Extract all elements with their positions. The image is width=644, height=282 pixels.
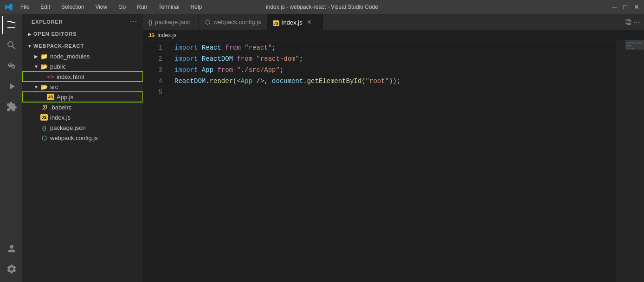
tab-package-json-icon: {} — [148, 19, 152, 26]
more-actions-button[interactable]: ··· — [633, 17, 640, 27]
open-editors-label: OPEN EDITORS — [33, 31, 143, 37]
menu-go[interactable]: Go — [116, 3, 128, 11]
src-folder-label: src — [50, 83, 143, 90]
split-editor-button[interactable]: ⧉ — [625, 17, 631, 27]
tab-index-js-icon: JS — [273, 19, 279, 26]
node-modules-item[interactable]: ▶ 📁 node_modules — [22, 51, 143, 61]
node-modules-label: node_modules — [50, 53, 143, 60]
activity-run-debug[interactable] — [2, 77, 20, 96]
babelrc-label: .babelrc — [50, 104, 143, 111]
minimap: import React from import ReactDOM fr imp… — [616, 40, 644, 282]
menu-file[interactable]: File — [19, 3, 31, 11]
line-numbers: 1 2 3 4 5 — [143, 40, 167, 282]
sidebar-index-js-item[interactable]: JS index.js — [22, 112, 143, 122]
project-root-toggle[interactable]: ▼ WEBPACK-REACT — [22, 41, 143, 51]
titlebar-menu: File Edit Selection View Go Run Terminal… — [19, 3, 204, 11]
public-arrow: ▼ — [32, 64, 40, 69]
project-tree: ▼ WEBPACK-REACT ▶ 📁 node_modules ▼ 📂 pub… — [22, 40, 143, 144]
vscode-logo-icon — [5, 3, 13, 11]
code-line-3: import App from "./src/App"; — [174, 64, 616, 76]
maximize-button[interactable]: □ — [624, 3, 627, 11]
html-file-icon: <> — [46, 73, 55, 80]
menu-help[interactable]: Help — [189, 3, 204, 11]
babel-icon: ℬ — [40, 103, 48, 111]
app-js-icon: JS — [46, 93, 55, 101]
package-json-item[interactable]: {} package.json — [22, 122, 143, 133]
package-json-label: package.json — [50, 124, 143, 131]
window-title: index.js - webpack-react - Visual Studio… — [266, 4, 378, 10]
menu-view[interactable]: View — [93, 3, 109, 11]
open-editors-toggle[interactable]: ▶ OPEN EDITORS — [22, 29, 143, 39]
main-layout: EXPLORER ··· ▶ OPEN EDITORS ▼ WEBPACK-RE… — [0, 14, 644, 282]
activity-search[interactable] — [2, 36, 20, 55]
tab-webpack-config-label: webpack.config.js — [213, 19, 261, 26]
index-html-item[interactable]: <> index.html — [22, 71, 143, 82]
menu-terminal[interactable]: Terminal — [156, 3, 181, 11]
tabs-bar: {} package.json ⬡ webpack.config.js JS i… — [143, 14, 644, 30]
titlebar: File Edit Selection View Go Run Terminal… — [0, 0, 644, 14]
debug-icon — [6, 81, 17, 92]
sidebar-index-js-label: index.js — [50, 114, 143, 121]
sidebar-more-actions[interactable]: ··· — [130, 18, 137, 26]
menu-selection[interactable]: Selection — [59, 3, 86, 11]
code-editor[interactable]: 1 2 3 4 5 import React from "react"; imp… — [143, 40, 644, 282]
activity-accounts[interactable] — [2, 239, 20, 258]
extensions-icon — [6, 101, 17, 112]
breadcrumb: JS index.js — [143, 30, 644, 40]
explorer-label: EXPLORER — [32, 19, 63, 25]
accounts-icon — [6, 243, 17, 254]
code-line-2: import ReactDOM from "react-dom"; — [174, 53, 616, 64]
webpack-config-item[interactable]: ⬡ webpack.config.js — [22, 133, 143, 143]
sidebar-header: EXPLORER ··· — [22, 14, 143, 28]
code-line-1: import React from "react"; — [174, 42, 616, 53]
project-arrow: ▼ — [26, 44, 33, 49]
activity-bar-bottom — [2, 239, 20, 282]
src-folder-icon: 📂 — [40, 83, 48, 90]
window-controls: ─ □ ✕ — [612, 3, 639, 11]
source-control-icon — [6, 60, 17, 71]
editor-area: {} package.json ⬡ webpack.config.js JS i… — [143, 14, 644, 282]
code-line-5: ReactDOM.render(<App />, document.getEle… — [174, 76, 616, 87]
webpack-config-label: webpack.config.js — [50, 135, 143, 141]
public-folder-item[interactable]: ▼ 📂 public — [22, 61, 143, 71]
open-editors-section: ▶ OPEN EDITORS — [22, 28, 143, 40]
webpack-icon: ⬡ — [40, 134, 48, 141]
src-folder-item[interactable]: ▼ 📂 src — [22, 82, 143, 92]
settings-icon — [6, 263, 17, 275]
tab-package-json[interactable]: {} package.json — [143, 14, 199, 30]
breadcrumb-js-icon: JS — [148, 32, 155, 38]
src-arrow: ▼ — [32, 84, 40, 90]
public-folder-label: public — [50, 63, 143, 70]
titlebar-left: File Edit Selection View Go Run Terminal… — [5, 3, 204, 11]
menu-run[interactable]: Run — [135, 3, 149, 11]
app-js-label: App.js — [57, 94, 143, 101]
tab-package-json-label: package.json — [155, 19, 191, 26]
tab-webpack-icon: ⬡ — [204, 19, 211, 26]
node-modules-folder-icon: 📁 — [40, 52, 48, 60]
menu-edit[interactable]: Edit — [39, 3, 52, 11]
sidebar: EXPLORER ··· ▶ OPEN EDITORS ▼ WEBPACK-RE… — [22, 14, 143, 282]
tab-index-js[interactable]: JS index.js × — [267, 14, 323, 30]
project-label: WEBPACK-REACT — [33, 43, 143, 49]
code-content[interactable]: import React from "react"; import ReactD… — [167, 40, 616, 282]
activity-extensions[interactable] — [2, 97, 20, 116]
open-editors-arrow: ▶ — [26, 32, 33, 37]
activity-bar — [0, 14, 22, 282]
close-button[interactable]: ✕ — [634, 3, 639, 11]
app-js-item[interactable]: JS App.js — [22, 92, 143, 102]
public-folder-icon: 📂 — [40, 63, 48, 70]
tab-webpack-config[interactable]: ⬡ webpack.config.js — [199, 14, 267, 30]
breadcrumb-filename: index.js — [157, 32, 176, 38]
minimize-button[interactable]: ─ — [612, 3, 617, 11]
tab-actions: ⧉ ··· — [625, 14, 644, 30]
sidebar-index-js-icon: JS — [40, 114, 48, 121]
package-json-icon: {} — [40, 124, 48, 131]
activity-explorer[interactable] — [2, 16, 20, 34]
files-icon — [6, 19, 17, 31]
activity-settings[interactable] — [2, 260, 20, 278]
activity-source-control[interactable] — [2, 57, 20, 75]
babelrc-item[interactable]: ℬ .babelrc — [22, 102, 143, 112]
tab-index-js-close[interactable]: × — [307, 19, 311, 26]
node-modules-arrow: ▶ — [32, 54, 40, 59]
search-icon — [6, 40, 17, 51]
